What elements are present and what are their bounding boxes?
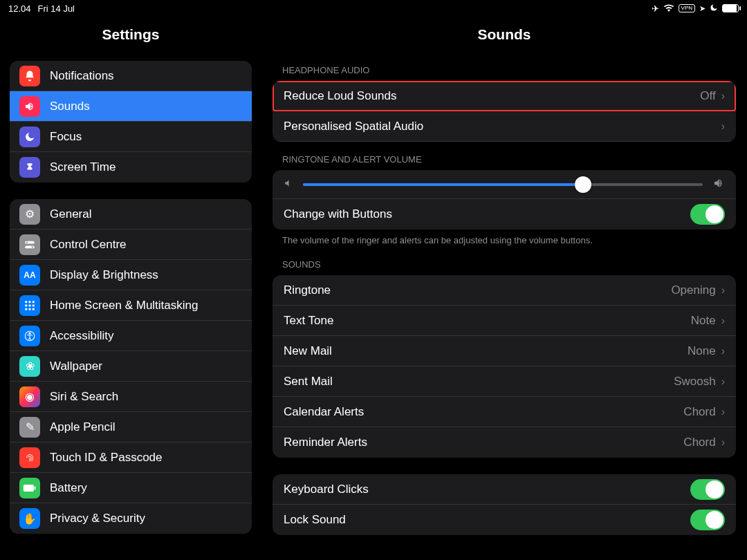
row-calendar-alerts[interactable]: Calendar Alerts Chord › (273, 397, 736, 427)
status-bar-right: ✈ VPN ➤ (261, 0, 747, 17)
battery-status-icon (722, 4, 739, 12)
sidebar-item-notifications[interactable]: Notifications (10, 61, 252, 91)
row-value: None (688, 344, 716, 358)
toggle-lock-sound[interactable] (690, 510, 725, 530)
section-sounds: Sounds (261, 256, 747, 275)
row-sent-mail[interactable]: Sent Mail Swoosh › (273, 366, 736, 397)
sidebar-item-battery[interactable]: Battery (10, 473, 252, 503)
volume-slider-row (273, 170, 736, 199)
sidebar-item-screentime[interactable]: Screen Time (10, 152, 252, 183)
accessibility-icon (19, 326, 40, 346)
row-label: Keyboard Clicks (284, 483, 690, 496)
sidebar-item-label: Display & Brightness (50, 268, 158, 282)
gear-icon: ⚙ (19, 204, 40, 225)
dnd-icon (710, 3, 718, 14)
row-ringtone[interactable]: Ringtone Opening › (273, 275, 736, 306)
svg-rect-16 (35, 486, 36, 489)
chevron-right-icon: › (721, 120, 725, 133)
sidebar: 12.04 Fri 14 Jul Settings Notifications … (0, 0, 261, 560)
volume-card: Change with Buttons (273, 170, 736, 230)
airplane-icon: ✈ (652, 3, 659, 14)
svg-point-3 (32, 246, 33, 248)
sidebar-item-label: Focus (50, 130, 82, 144)
pencil-icon: ✎ (19, 417, 40, 438)
row-label: Sent Mail (284, 375, 674, 389)
sidebar-group-1: Notifications Sounds Focus Screen Time (10, 61, 252, 183)
sidebar-group-2: ⚙ General Control Centre AA Display & Br… (10, 199, 252, 534)
sidebar-item-general[interactable]: ⚙ General (10, 199, 252, 230)
speaker-icon (19, 96, 40, 117)
sidebar-item-sounds[interactable]: Sounds (10, 91, 252, 122)
sidebar-item-label: Touch ID & Passcode (50, 451, 163, 465)
row-value: Off (700, 89, 715, 103)
row-lock-sound[interactable]: Lock Sound (273, 505, 736, 535)
row-label: New Mail (284, 344, 688, 358)
svg-rect-11 (29, 308, 31, 310)
sidebar-item-siri[interactable]: ◉ Siri & Search (10, 382, 252, 412)
section-headphone: Headphone Audio (261, 53, 747, 81)
headphone-card: Reduce Loud Sounds Off › Personalised Sp… (273, 81, 736, 142)
volume-footnote: The volume of the ringer and alerts can … (261, 230, 747, 256)
row-new-mail[interactable]: New Mail None › (273, 336, 736, 366)
main-panel: ✈ VPN ➤ Sounds Headphone Audio Reduce Lo… (261, 0, 747, 560)
row-value: Chord (683, 436, 715, 449)
chevron-right-icon: › (721, 375, 725, 388)
status-time: 12.04 (8, 3, 31, 14)
toggle-change-with-buttons[interactable] (690, 204, 725, 225)
chevron-right-icon: › (721, 406, 725, 418)
row-reminder-alerts[interactable]: Reminder Alerts Chord › (273, 427, 736, 458)
row-keyboard-clicks[interactable]: Keyboard Clicks (273, 474, 736, 505)
row-change-with-buttons[interactable]: Change with Buttons (273, 199, 736, 230)
row-label: Text Tone (284, 314, 691, 328)
hourglass-icon (19, 157, 40, 178)
siri-icon: ◉ (19, 386, 40, 407)
volume-slider[interactable] (303, 183, 703, 186)
sidebar-item-label: Privacy & Security (50, 512, 145, 525)
speaker-low-icon (284, 178, 293, 190)
sidebar-item-label: Screen Time (50, 160, 116, 174)
chevron-right-icon: › (721, 315, 725, 327)
sounds-card: Ringtone Opening › Text Tone Note › New … (273, 275, 736, 458)
status-date: Fri 14 Jul (38, 3, 75, 14)
svg-rect-7 (25, 304, 27, 306)
sidebar-item-homescreen[interactable]: Home Screen & Multitasking (10, 290, 252, 321)
row-label: Reduce Loud Sounds (284, 89, 700, 103)
wifi-icon (663, 3, 674, 14)
toggle-keyboard-clicks[interactable] (690, 479, 725, 500)
sidebar-item-label: Apple Pencil (50, 420, 116, 434)
sidebar-item-label: Notifications (50, 69, 114, 83)
sidebar-item-label: Home Screen & Multitasking (50, 299, 198, 312)
hand-icon: ✋ (19, 508, 40, 529)
row-text-tone[interactable]: Text Tone Note › (273, 306, 736, 336)
sidebar-item-controlcentre[interactable]: Control Centre (10, 230, 252, 260)
sidebar-item-label: Sounds (50, 100, 90, 113)
toggles-card: Keyboard Clicks Lock Sound (273, 474, 736, 535)
row-label: Change with Buttons (284, 207, 690, 221)
sidebar-item-focus[interactable]: Focus (10, 122, 252, 152)
sidebar-item-accessibility[interactable]: Accessibility (10, 321, 252, 351)
chevron-right-icon: › (721, 90, 725, 102)
row-value: Opening (671, 283, 715, 297)
svg-rect-5 (29, 301, 31, 303)
sidebar-item-applepencil[interactable]: ✎ Apple Pencil (10, 412, 252, 442)
sidebar-item-privacy[interactable]: ✋ Privacy & Security (10, 503, 252, 534)
svg-point-14 (29, 333, 30, 334)
sidebar-item-display[interactable]: AA Display & Brightness (10, 260, 252, 290)
svg-rect-15 (24, 485, 34, 492)
section-ringtone-volume: Ringtone and Alert Volume (261, 142, 747, 170)
status-bar: 12.04 Fri 14 Jul (0, 0, 261, 17)
sidebar-item-touchid[interactable]: Touch ID & Passcode (10, 442, 252, 473)
sidebar-item-wallpaper[interactable]: ❀ Wallpaper (10, 351, 252, 382)
row-reduce-loud-sounds[interactable]: Reduce Loud Sounds Off › (273, 81, 736, 111)
row-value: Chord (683, 405, 715, 419)
svg-rect-10 (25, 308, 27, 310)
battery-icon (19, 478, 40, 498)
svg-rect-8 (29, 304, 31, 306)
row-label: Reminder Alerts (284, 436, 683, 449)
row-spatial-audio[interactable]: Personalised Spatial Audio › (273, 111, 736, 142)
svg-rect-6 (33, 301, 35, 303)
location-icon: ➤ (699, 4, 706, 13)
row-label: Ringtone (284, 283, 671, 297)
flower-icon: ❀ (19, 356, 40, 377)
chevron-right-icon: › (721, 345, 725, 357)
